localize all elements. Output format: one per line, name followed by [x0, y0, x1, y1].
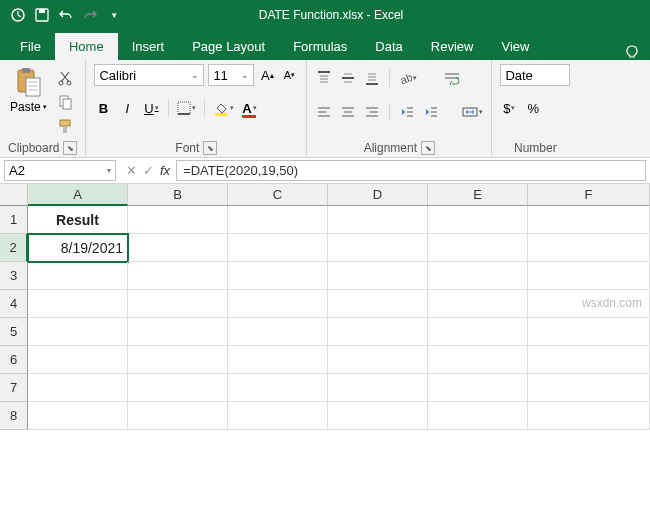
cell-c7[interactable] — [228, 374, 328, 402]
cell-a4[interactable] — [28, 290, 128, 318]
col-header-c[interactable]: C — [228, 184, 328, 206]
row-header-8[interactable]: 8 — [0, 402, 28, 430]
autosave-icon[interactable] — [10, 7, 26, 23]
cell-c3[interactable] — [228, 262, 328, 290]
cell-d7[interactable] — [328, 374, 428, 402]
italic-button[interactable]: I — [118, 98, 136, 118]
cell-a2[interactable]: 8/19/2021 — [28, 234, 128, 262]
cell-e4[interactable] — [428, 290, 528, 318]
font-launcher-icon[interactable]: ⬊ — [203, 141, 217, 155]
row-header-1[interactable]: 1 — [0, 206, 28, 234]
decrease-font-icon[interactable]: A▾ — [280, 65, 298, 85]
increase-indent-icon[interactable] — [422, 102, 440, 122]
cut-icon[interactable] — [55, 68, 75, 88]
number-format-select[interactable]: Date — [500, 64, 570, 86]
cell-f3[interactable] — [528, 262, 650, 290]
bold-button[interactable]: B — [94, 98, 112, 118]
cell-b2[interactable] — [128, 234, 228, 262]
cell-f7[interactable] — [528, 374, 650, 402]
cell-b7[interactable] — [128, 374, 228, 402]
percent-button[interactable]: % — [524, 98, 542, 118]
formula-input[interactable]: =DATE(2020,19,50) — [176, 160, 646, 181]
align-top-icon[interactable] — [315, 68, 333, 88]
cell-d2[interactable] — [328, 234, 428, 262]
cell-a5[interactable] — [28, 318, 128, 346]
select-all-corner[interactable] — [0, 184, 28, 206]
cell-a6[interactable] — [28, 346, 128, 374]
cell-e1[interactable] — [428, 206, 528, 234]
cell-b4[interactable] — [128, 290, 228, 318]
tell-me-icon[interactable] — [624, 44, 640, 60]
tab-formulas[interactable]: Formulas — [279, 33, 361, 60]
merge-center-icon[interactable]: ▾ — [462, 102, 483, 122]
cell-b5[interactable] — [128, 318, 228, 346]
name-box[interactable]: A2▾ — [4, 160, 116, 181]
cell-c4[interactable] — [228, 290, 328, 318]
cell-e2[interactable] — [428, 234, 528, 262]
font-size-select[interactable]: 11⌄ — [208, 64, 254, 86]
cell-c1[interactable] — [228, 206, 328, 234]
cell-e5[interactable] — [428, 318, 528, 346]
orientation-icon[interactable]: ab▾ — [398, 68, 417, 88]
row-header-2[interactable]: 2 — [0, 234, 28, 262]
row-header-4[interactable]: 4 — [0, 290, 28, 318]
cell-d4[interactable] — [328, 290, 428, 318]
cell-f5[interactable] — [528, 318, 650, 346]
cell-b3[interactable] — [128, 262, 228, 290]
tab-insert[interactable]: Insert — [118, 33, 179, 60]
qat-dropdown-icon[interactable]: ▾ — [106, 7, 122, 23]
row-header-6[interactable]: 6 — [0, 346, 28, 374]
cell-a1[interactable]: Result — [28, 206, 128, 234]
border-button[interactable]: ▾ — [177, 98, 196, 118]
font-name-select[interactable]: Calibri⌄ — [94, 64, 204, 86]
cell-e6[interactable] — [428, 346, 528, 374]
cell-e7[interactable] — [428, 374, 528, 402]
tab-home[interactable]: Home — [55, 33, 118, 60]
col-header-a[interactable]: A — [28, 184, 128, 206]
cell-c6[interactable] — [228, 346, 328, 374]
row-header-5[interactable]: 5 — [0, 318, 28, 346]
align-bottom-icon[interactable] — [363, 68, 381, 88]
decrease-indent-icon[interactable] — [398, 102, 416, 122]
cell-d3[interactable] — [328, 262, 428, 290]
cell-a3[interactable] — [28, 262, 128, 290]
col-header-b[interactable]: B — [128, 184, 228, 206]
cell-f2[interactable] — [528, 234, 650, 262]
align-center-icon[interactable] — [339, 102, 357, 122]
row-header-3[interactable]: 3 — [0, 262, 28, 290]
fx-icon[interactable]: fx — [160, 163, 170, 178]
format-painter-icon[interactable] — [55, 116, 75, 136]
tab-view[interactable]: View — [487, 33, 543, 60]
align-right-icon[interactable] — [363, 102, 381, 122]
redo-icon[interactable] — [82, 7, 98, 23]
cell-f1[interactable] — [528, 206, 650, 234]
cell-e3[interactable] — [428, 262, 528, 290]
paste-button[interactable]: Paste▾ — [8, 64, 49, 139]
tab-review[interactable]: Review — [417, 33, 488, 60]
col-header-d[interactable]: D — [328, 184, 428, 206]
cell-b6[interactable] — [128, 346, 228, 374]
tab-page-layout[interactable]: Page Layout — [178, 33, 279, 60]
cell-f8[interactable] — [528, 402, 650, 430]
fill-color-button[interactable]: ▾ — [213, 98, 234, 118]
undo-icon[interactable] — [58, 7, 74, 23]
currency-button[interactable]: $▾ — [500, 98, 518, 118]
cell-c2[interactable] — [228, 234, 328, 262]
save-icon[interactable] — [34, 7, 50, 23]
col-header-e[interactable]: E — [428, 184, 528, 206]
cell-a7[interactable] — [28, 374, 128, 402]
cell-b8[interactable] — [128, 402, 228, 430]
cell-d5[interactable] — [328, 318, 428, 346]
tab-data[interactable]: Data — [361, 33, 416, 60]
copy-icon[interactable] — [55, 92, 75, 112]
font-color-button[interactable]: A▾ — [240, 98, 258, 118]
alignment-launcher-icon[interactable]: ⬊ — [421, 141, 435, 155]
cell-d6[interactable] — [328, 346, 428, 374]
cell-d1[interactable] — [328, 206, 428, 234]
cancel-formula-icon[interactable]: ✕ — [126, 163, 137, 178]
enter-formula-icon[interactable]: ✓ — [143, 163, 154, 178]
tab-file[interactable]: File — [6, 33, 55, 60]
align-left-icon[interactable] — [315, 102, 333, 122]
wrap-text-icon[interactable] — [443, 68, 461, 88]
cell-a8[interactable] — [28, 402, 128, 430]
